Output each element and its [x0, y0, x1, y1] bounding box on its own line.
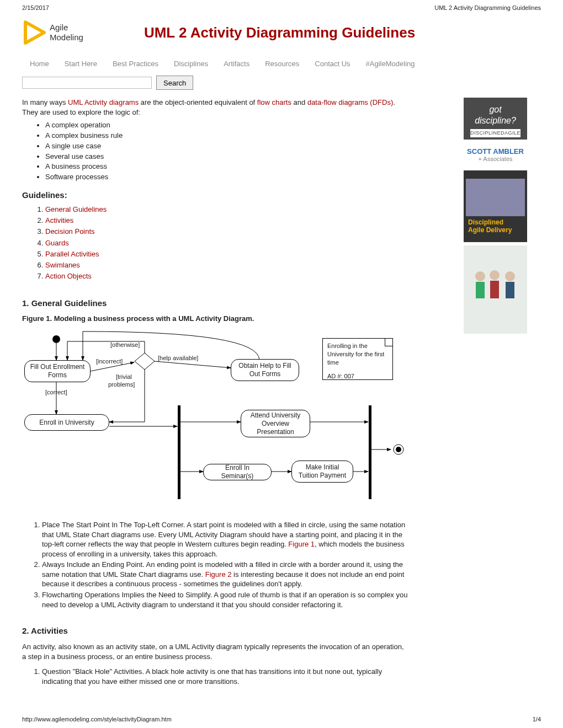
svg-rect-7 [178, 405, 180, 499]
search-input[interactable] [22, 77, 152, 89]
nav-resources[interactable]: Resources [265, 60, 299, 68]
general-guidelines-list: Place The Start Point In The Top-Left Co… [42, 520, 408, 609]
guidelines-list: General Guidelines Activities Decision P… [45, 204, 408, 282]
guard-trivial-1: [trivial [116, 373, 132, 380]
list-item: Question "Black Hole" Activities. A blac… [42, 667, 408, 686]
svg-rect-23 [506, 282, 514, 298]
svg-marker-0 [25, 22, 44, 43]
list-item: Software processes [45, 172, 408, 183]
svg-point-20 [490, 270, 500, 280]
print-title: UML 2 Activity Diagramming Guidelines [434, 4, 541, 11]
nav-disciplines[interactable]: Disciplines [174, 60, 208, 68]
ad-disciplined-agile-book[interactable]: Disciplined Agile Delivery [464, 170, 527, 242]
link-parallel-activities[interactable]: Parallel Activities [45, 250, 99, 258]
link-swimlanes[interactable]: Swimlanes [45, 261, 80, 269]
logo[interactable]: Agile Modeling [22, 19, 83, 46]
link-dfds[interactable]: data-flow diagrams (DFDs) [307, 98, 393, 106]
activity-attend-presentation: Attend University Overview Presentation [241, 410, 310, 437]
svg-rect-12 [369, 405, 371, 499]
ad-scott-ambler[interactable]: SCOTT AMBLER + Associates [464, 143, 527, 167]
svg-point-1 [52, 335, 60, 343]
list-item: A single use case [45, 141, 408, 152]
svg-line-5 [155, 361, 231, 368]
guidelines-heading: Guidelines: [22, 190, 408, 200]
guard-incorrect: [incorrect] [96, 358, 123, 365]
activities-rules-list: Question "Black Hole" Activities. A blac… [42, 667, 408, 686]
activity-obtain-help: Obtain Help to Fill Out Forms [231, 359, 299, 381]
nav-agilemodeling[interactable]: #AgileModeling [366, 60, 415, 68]
section-2-paragraph: An activity, also known as an activity s… [22, 642, 408, 661]
figure-1-caption: Figure 1. Modeling a business process wi… [22, 314, 408, 323]
section-2-heading: 2. Activities [22, 626, 408, 635]
nav-best-practices[interactable]: Best Practices [113, 60, 158, 68]
search-button[interactable]: Search [156, 76, 193, 90]
list-item: Place The Start Point In The Top-Left Co… [42, 520, 408, 559]
list-item: Several use cases [45, 152, 408, 162]
list-item: A complex operation [45, 120, 408, 131]
link-guards[interactable]: Guards [45, 239, 69, 247]
link-general-guidelines[interactable]: General Guidelines [45, 205, 107, 213]
guard-otherwise: [otherwise] [110, 341, 140, 348]
link-action-objects[interactable]: Action Objects [45, 272, 92, 280]
list-item: Always Include an Ending Point. An endin… [42, 560, 408, 589]
guard-correct: [correct] [45, 389, 67, 395]
diagram-note: Enrolling in the University for the firs… [322, 338, 393, 380]
logic-list: A complex operation A complex business r… [45, 120, 408, 183]
activity-enroll-seminar: Enroll In Seminar(s) [203, 464, 272, 480]
intro-paragraph: In many ways UML Activity diagrams are t… [22, 98, 408, 117]
figure-1-diagram: Fill Out Enrollment Forms Enroll in Univ… [22, 328, 408, 510]
sidebar-ads: got discipline? DISCIPLINEDAGILE SCOTT A… [464, 98, 541, 692]
svg-rect-19 [476, 282, 485, 298]
print-date: 2/15/2017 [22, 4, 49, 11]
link-decision-points[interactable]: Decision Points [45, 227, 95, 235]
footer-url: http://www.agilemodeling.com/style/activ… [22, 716, 172, 722]
logo-triangle-icon [22, 19, 46, 46]
svg-rect-21 [490, 281, 499, 298]
list-item: Flowcharting Operations Implies the Need… [42, 590, 408, 609]
nav-start-here[interactable]: Start Here [65, 60, 97, 68]
ad-got-discipline[interactable]: got discipline? DISCIPLINEDAGILE [464, 98, 527, 140]
main-nav: Home Start Here Best Practices Disciplin… [22, 60, 541, 68]
activity-fill-out-forms: Fill Out Enrollment Forms [24, 360, 91, 382]
link-activities[interactable]: Activities [45, 216, 73, 224]
link-figure-2[interactable]: Figure 2 [205, 570, 232, 579]
link-flow-charts[interactable]: flow charts [257, 98, 291, 106]
svg-point-18 [475, 271, 485, 281]
list-item: A complex business rule [45, 131, 408, 141]
guard-help-available: [help available] [158, 355, 198, 361]
list-item: A business process [45, 162, 408, 172]
guard-trivial-2: problems] [108, 381, 135, 388]
logo-text: Agile Modeling [50, 23, 83, 42]
activity-enroll-university: Enroll in University [24, 414, 109, 431]
svg-marker-3 [135, 353, 155, 370]
link-figure-1[interactable]: Figure 1 [288, 540, 315, 548]
people-illustration-icon [468, 262, 523, 317]
page-title: UML 2 Activity Diagramming Guidelines [144, 24, 415, 41]
ad-intro-book[interactable] [464, 245, 527, 334]
svg-point-22 [505, 271, 515, 281]
svg-point-17 [396, 447, 401, 452]
nav-home[interactable]: Home [30, 60, 49, 68]
section-1-heading: 1. General Guidelines [22, 298, 408, 308]
nav-artifacts[interactable]: Artifacts [224, 60, 249, 68]
activity-tuition-payment: Make Initial Tuition Payment [291, 461, 353, 483]
link-uml-activity[interactable]: UML Activity diagrams [68, 98, 139, 106]
footer-page: 1/4 [533, 716, 541, 722]
nav-contact-us[interactable]: Contact Us [315, 60, 350, 68]
